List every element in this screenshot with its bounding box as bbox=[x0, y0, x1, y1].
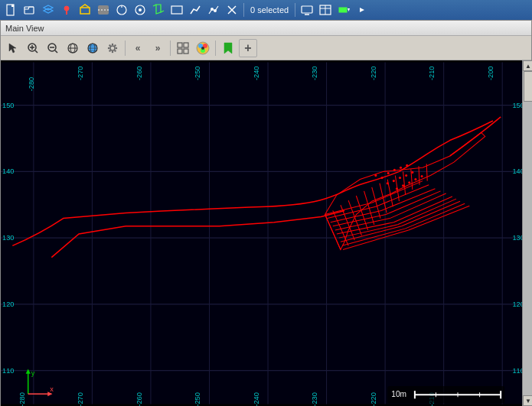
svg-text:-230: -230 bbox=[311, 392, 318, 406]
svg-point-146 bbox=[387, 182, 389, 184]
svg-rect-57 bbox=[184, 49, 188, 54]
window-titlebar: Main View bbox=[1, 21, 531, 36]
svg-rect-21 bbox=[302, 6, 312, 13]
window-title: Main View bbox=[5, 24, 44, 33]
cross-icon[interactable] bbox=[224, 2, 240, 18]
svg-text:-270: -270 bbox=[77, 67, 84, 80]
svg-point-143 bbox=[393, 169, 396, 171]
layers-icon[interactable] bbox=[40, 2, 57, 18]
svg-point-145 bbox=[406, 164, 408, 167]
new-file-icon[interactable] bbox=[3, 2, 20, 18]
svg-rect-54 bbox=[178, 43, 182, 47]
svg-marker-28 bbox=[360, 8, 364, 12]
scroll-down-button[interactable]: ▼ bbox=[523, 395, 532, 406]
zoom-out-button[interactable] bbox=[44, 39, 62, 57]
expand-icon[interactable] bbox=[354, 2, 370, 18]
svg-point-62 bbox=[201, 47, 204, 50]
scroll-thumb[interactable] bbox=[524, 71, 533, 102]
svg-point-142 bbox=[387, 172, 390, 174]
map-icon[interactable] bbox=[150, 2, 167, 18]
svg-text:130: 130 bbox=[2, 234, 14, 242]
back-button[interactable]: « bbox=[129, 39, 147, 57]
svg-marker-13 bbox=[156, 5, 161, 14]
vertical-scrollbar[interactable]: ▲ ▼ bbox=[522, 60, 532, 406]
svg-point-153 bbox=[408, 181, 410, 184]
toolbar2-sep-3 bbox=[215, 41, 216, 56]
svg-rect-26 bbox=[339, 8, 347, 12]
viewport[interactable]: -280 -270 -260 -250 -240 -230 -220 -210 … bbox=[1, 60, 532, 406]
open-icon[interactable] bbox=[21, 2, 38, 18]
line-tool-icon[interactable] bbox=[187, 2, 204, 18]
svg-rect-16 bbox=[171, 6, 182, 14]
svg-point-4 bbox=[64, 6, 69, 11]
node-icon[interactable] bbox=[205, 2, 222, 18]
svg-point-46 bbox=[112, 43, 113, 44]
grid-view-icon[interactable] bbox=[174, 39, 192, 57]
svg-text:-220: -220 bbox=[370, 67, 377, 80]
svg-line-14 bbox=[153, 5, 156, 6]
globe-grid-icon[interactable] bbox=[83, 39, 102, 57]
toolbar2-sep-1 bbox=[125, 41, 126, 56]
svg-text:110: 110 bbox=[2, 367, 14, 375]
svg-point-53 bbox=[114, 44, 116, 46]
svg-text:-210: -210 bbox=[428, 67, 436, 80]
svg-point-152 bbox=[402, 184, 404, 187]
svg-text:x: x bbox=[50, 385, 54, 393]
svg-text:10m: 10m bbox=[391, 390, 406, 398]
svg-text:-250: -250 bbox=[194, 67, 201, 80]
table-icon[interactable] bbox=[317, 2, 334, 18]
svg-text:-270: -270 bbox=[77, 392, 84, 406]
globe-full-icon[interactable] bbox=[64, 39, 82, 57]
svg-point-147 bbox=[393, 180, 395, 182]
svg-point-48 bbox=[108, 47, 109, 48]
palette-icon[interactable] bbox=[194, 39, 212, 57]
scroll-track[interactable] bbox=[523, 71, 532, 395]
svg-text:-250: -250 bbox=[194, 392, 201, 406]
settings-button[interactable] bbox=[103, 39, 122, 57]
toolbar2-sep-2 bbox=[170, 41, 171, 56]
svg-point-140 bbox=[374, 174, 377, 177]
bookmark-button[interactable] bbox=[219, 39, 237, 57]
svg-rect-6 bbox=[80, 8, 90, 14]
main-window: Main View bbox=[0, 20, 532, 406]
svg-point-51 bbox=[114, 50, 116, 51]
svg-line-35 bbox=[55, 50, 57, 53]
svg-rect-7 bbox=[98, 5, 109, 15]
dropdown-icon[interactable] bbox=[335, 2, 352, 18]
svg-point-141 bbox=[381, 177, 383, 179]
zoom-in-button[interactable] bbox=[24, 39, 42, 57]
svg-marker-3 bbox=[44, 8, 53, 13]
shape-icon[interactable] bbox=[77, 2, 93, 18]
svg-marker-29 bbox=[9, 44, 16, 53]
svg-point-18 bbox=[214, 9, 217, 12]
toolbar-separator-2 bbox=[295, 3, 295, 17]
svg-text:-260: -260 bbox=[135, 392, 143, 406]
svg-text:120: 120 bbox=[2, 300, 14, 308]
svg-line-31 bbox=[35, 50, 38, 53]
svg-rect-56 bbox=[178, 49, 182, 54]
svg-text:-220: -220 bbox=[370, 392, 377, 406]
selected-count: 0 selected bbox=[250, 5, 289, 15]
measure-icon[interactable] bbox=[113, 2, 130, 18]
svg-text:-230: -230 bbox=[311, 67, 318, 80]
svg-point-45 bbox=[110, 46, 115, 50]
drawing-canvas: -280 -270 -260 -250 -240 -230 -220 -210 … bbox=[1, 60, 532, 406]
svg-point-17 bbox=[211, 8, 214, 11]
scroll-up-button[interactable]: ▲ bbox=[523, 60, 532, 71]
polygon-icon[interactable] bbox=[168, 2, 185, 18]
screen-icon[interactable] bbox=[299, 2, 315, 18]
road-icon[interactable] bbox=[95, 2, 112, 18]
svg-text:-280: -280 bbox=[28, 77, 35, 91]
svg-point-47 bbox=[112, 50, 113, 52]
top-toolbar: 0 selected bbox=[0, 0, 532, 20]
add-icon[interactable]: + bbox=[239, 39, 257, 57]
svg-point-52 bbox=[109, 50, 110, 51]
pin-icon[interactable] bbox=[58, 2, 75, 18]
svg-text:-240: -240 bbox=[253, 392, 260, 406]
circle-target-icon[interactable] bbox=[132, 2, 149, 18]
svg-marker-27 bbox=[348, 8, 350, 11]
forward-button[interactable]: » bbox=[149, 39, 167, 57]
svg-point-50 bbox=[109, 44, 110, 46]
cursor-tool-icon[interactable] bbox=[4, 39, 22, 57]
toolbar-separator-1 bbox=[243, 3, 244, 17]
